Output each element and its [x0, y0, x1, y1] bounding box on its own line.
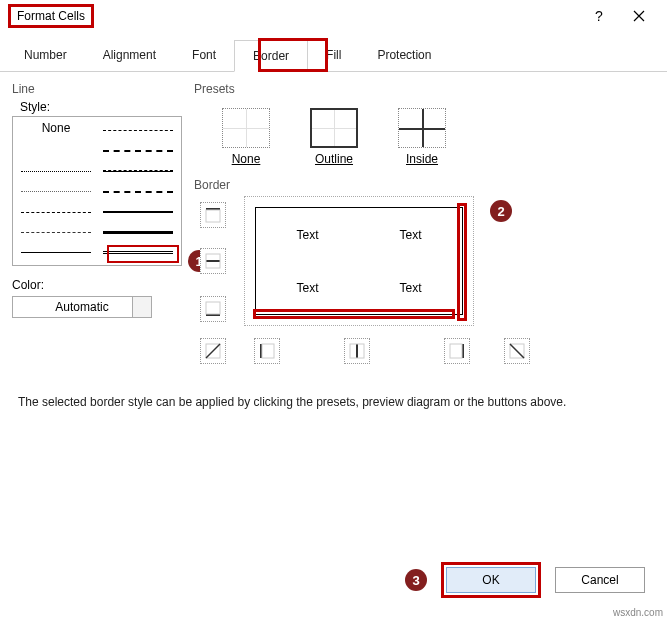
tab-alignment[interactable]: Alignment — [85, 40, 174, 71]
border-middle-h-button[interactable] — [200, 248, 226, 274]
cancel-button[interactable]: Cancel — [555, 567, 645, 593]
color-label: Color: — [12, 278, 182, 292]
preset-inside[interactable]: Inside — [392, 108, 452, 166]
line-style-list[interactable]: None — [12, 116, 182, 266]
highlight-tab — [258, 38, 328, 72]
preset-none-label: None — [232, 152, 261, 166]
preset-inside-label: Inside — [406, 152, 438, 166]
svg-rect-5 — [206, 302, 220, 314]
preset-outline[interactable]: Outline — [304, 108, 364, 166]
svg-rect-12 — [450, 344, 462, 358]
preview-cell: Text — [359, 261, 462, 314]
tab-protection[interactable]: Protection — [359, 40, 449, 71]
border-diag-up-button[interactable] — [200, 338, 226, 364]
line-style-none[interactable]: None — [15, 119, 97, 141]
preview-cell: Text — [359, 208, 462, 261]
badge-3: 3 — [405, 569, 427, 591]
preset-outline-label: Outline — [315, 152, 353, 166]
svg-rect-8 — [262, 344, 274, 358]
tab-bar: Number Alignment Font Border Fill Protec… — [0, 40, 667, 72]
preview-cell: Text — [256, 208, 359, 261]
highlight-preview-right — [457, 203, 467, 321]
border-diag-down-button[interactable] — [504, 338, 530, 364]
style-label: Style: — [20, 100, 182, 114]
svg-rect-2 — [206, 260, 220, 262]
ok-button[interactable]: OK — [446, 567, 536, 593]
chevron-down-icon: ▾ — [141, 300, 147, 314]
preset-inside-icon — [398, 108, 446, 148]
svg-rect-1 — [206, 210, 220, 222]
tab-number[interactable]: Number — [6, 40, 85, 71]
preview-cell: Text — [256, 261, 359, 314]
hint-text: The selected border style can be applied… — [18, 395, 649, 409]
color-value: Automatic — [55, 300, 108, 314]
titlebar: Format Cells ? — [0, 0, 667, 32]
close-icon — [633, 10, 645, 22]
help-button[interactable]: ? — [579, 0, 619, 32]
badge-2: 2 — [490, 200, 512, 222]
color-dropdown[interactable]: Automatic ▾ — [12, 296, 152, 318]
highlight-ok: OK — [441, 562, 541, 598]
border-top-button[interactable] — [200, 202, 226, 228]
selected-line-style — [107, 245, 179, 263]
tab-font[interactable]: Font — [174, 40, 234, 71]
border-preview[interactable]: Text Text Text Text — [244, 196, 474, 326]
preset-none-icon — [222, 108, 270, 148]
presets-group-label: Presets — [194, 82, 655, 96]
close-button[interactable] — [619, 0, 659, 32]
border-left-button[interactable] — [254, 338, 280, 364]
preset-outline-icon — [310, 108, 358, 148]
highlight-preview-bottom — [253, 309, 455, 319]
border-group-label: Border — [194, 178, 655, 192]
svg-rect-9 — [356, 344, 358, 358]
preset-none[interactable]: None — [216, 108, 276, 166]
watermark: wsxdn.com — [613, 607, 663, 618]
border-right-button[interactable] — [444, 338, 470, 364]
dialog-title: Format Cells — [8, 4, 94, 28]
line-group-label: Line — [12, 82, 182, 96]
border-middle-v-button[interactable] — [344, 338, 370, 364]
border-bottom-button[interactable] — [200, 296, 226, 322]
